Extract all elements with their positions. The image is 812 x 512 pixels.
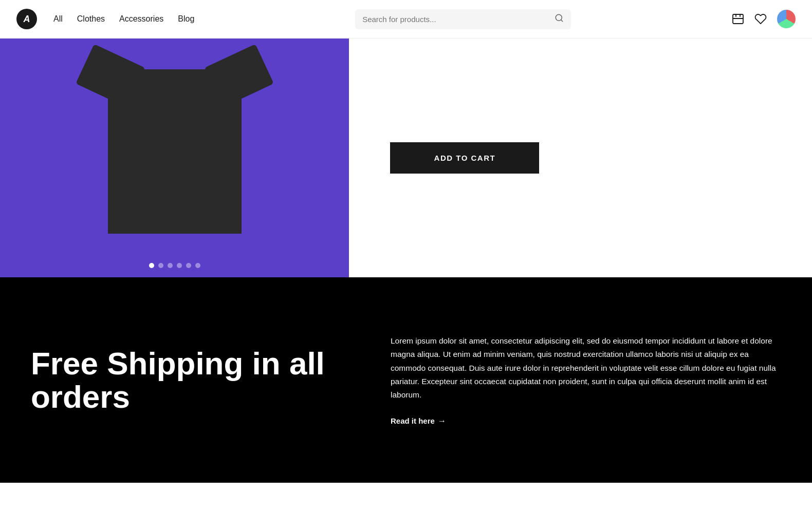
cart-button[interactable] [732, 13, 744, 25]
hero-image-side [0, 39, 349, 277]
carousel-dot-3[interactable] [168, 263, 173, 268]
search-bar [355, 9, 571, 29]
carousel-dot-2[interactable] [158, 263, 163, 268]
tshirt-collar [154, 39, 195, 59]
product-image [98, 39, 252, 234]
nav-item-clothes[interactable]: Clothes [77, 14, 105, 24]
wishlist-button[interactable] [754, 13, 767, 25]
carousel-dot-6[interactable] [195, 263, 200, 268]
tshirt-body [108, 69, 242, 234]
search-button[interactable] [555, 13, 564, 25]
add-to-cart-button[interactable]: ADD TO CART [390, 142, 539, 174]
main-content: ADD TO CART Free Shipping in all orders … [0, 0, 812, 483]
shipping-heading: Free Shipping in all orders [31, 347, 349, 413]
arrow-icon: → [438, 416, 446, 426]
carousel-dot-1[interactable] [149, 263, 154, 268]
header-icons [732, 10, 796, 28]
shipping-content: Lorem ipsum dolor sit amet, consectetur … [391, 334, 781, 426]
svg-rect-2 [733, 14, 743, 24]
shipping-description: Lorem ipsum dolor sit amet, consectetur … [391, 334, 781, 402]
avatar[interactable] [777, 10, 796, 28]
main-nav: All Clothes Accessories Blog [53, 14, 194, 24]
logo[interactable]: A [16, 9, 37, 29]
header: A All Clothes Accessories Blog [0, 0, 812, 39]
read-it-link[interactable]: Read it here → [391, 416, 446, 426]
carousel-dot-5[interactable] [186, 263, 191, 268]
hero-section: ADD TO CART [0, 39, 812, 277]
logo-letter: A [24, 14, 30, 25]
carousel-dots [149, 263, 200, 268]
nav-item-blog[interactable]: Blog [178, 14, 194, 24]
search-input[interactable] [362, 15, 555, 24]
nav-item-accessories[interactable]: Accessories [119, 14, 163, 24]
carousel-dot-4[interactable] [177, 263, 182, 268]
hero-info-side: ADD TO CART [349, 39, 812, 277]
shipping-section: Free Shipping in all orders Lorem ipsum … [0, 277, 812, 483]
svg-line-1 [561, 20, 563, 21]
nav-item-all[interactable]: All [53, 14, 63, 24]
read-it-label: Read it here [391, 416, 435, 425]
